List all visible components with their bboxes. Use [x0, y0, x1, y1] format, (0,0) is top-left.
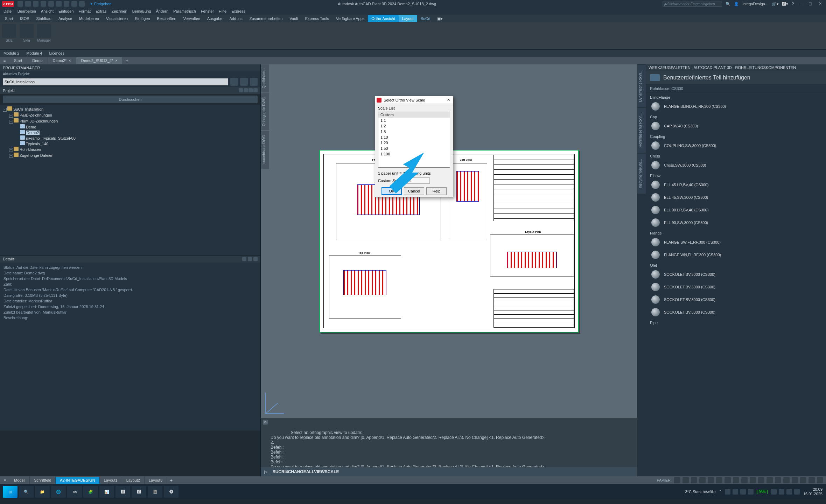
ribbon-tab[interactable]: Visualisieren [103, 15, 131, 22]
tree-node[interactable]: siFramo_Typicals_StützeF80 [3, 135, 258, 141]
tree-expander-icon[interactable]: - [9, 120, 13, 124]
help-icon[interactable]: ? [792, 2, 794, 6]
status-icon[interactable] [716, 477, 722, 483]
taskbar-app[interactable]: 🔍 [19, 486, 34, 498]
palette-item[interactable]: ELL 45,SW,3000 (CS300) [646, 191, 826, 204]
menu-item[interactable]: Bemaßung [132, 9, 151, 13]
command-history[interactable]: ✕ Select an orthographic view to update:… [261, 418, 637, 467]
project-btn-1[interactable] [240, 78, 248, 86]
cart-icon[interactable]: 🛒▾ [772, 2, 779, 6]
weather-widget[interactable]: 3°C Stark bewölkt [685, 490, 716, 494]
ribbon-tab[interactable]: Verwalten [180, 15, 204, 22]
status-icon[interactable] [724, 477, 731, 483]
status-icon[interactable] [758, 477, 764, 483]
close-button[interactable]: ✕ [817, 1, 823, 6]
search-icon[interactable]: 🔍 [726, 2, 730, 6]
qat-item[interactable] [48, 1, 54, 7]
clock[interactable]: 20:09 16.01.2025 [803, 487, 822, 496]
palette-item[interactable]: SOCKOLET,BV,3000 (CS300) [646, 281, 826, 293]
tray-icon[interactable] [794, 489, 800, 495]
status-icon[interactable] [691, 477, 697, 483]
scale-list[interactable]: Custom1:11:21:51:101:201:501:100 [378, 112, 450, 168]
details-tool[interactable] [242, 257, 246, 261]
tray-chevron-icon[interactable]: ˄ [719, 490, 721, 494]
top-view[interactable] [329, 255, 401, 318]
scale-option[interactable]: Custom [378, 112, 450, 118]
tree-tool[interactable] [248, 88, 253, 92]
side-tab[interactable]: Quelldateien [261, 64, 269, 92]
start-button[interactable]: ⊞ [3, 486, 18, 498]
app-menu-icon[interactable]: 🅰▾ [782, 2, 788, 6]
ribbon-group[interactable]: Skla [20, 24, 34, 48]
ribbon-tab[interactable]: SuCri [417, 15, 434, 22]
tree-expander-icon[interactable]: + [9, 114, 13, 118]
tree-node[interactable]: Demo [3, 124, 258, 130]
file-tab-close-icon[interactable]: × [115, 58, 118, 63]
palette-vertical-tab[interactable]: Instrumentierung... [637, 153, 646, 194]
tree-tool[interactable] [244, 88, 248, 92]
ribbon-tab[interactable]: Layout [399, 15, 417, 22]
qat-item[interactable] [25, 1, 31, 7]
tray-icon[interactable] [733, 489, 738, 495]
file-tab[interactable]: Start [9, 57, 27, 64]
new-tab-button[interactable]: + [123, 58, 131, 63]
ribbon-tab[interactable]: Stahlbau [33, 15, 55, 22]
tray-icon[interactable] [771, 489, 777, 495]
project-btn-2[interactable] [250, 78, 258, 86]
file-tabs-menu[interactable]: ≡ [0, 58, 9, 63]
status-icon[interactable] [733, 477, 739, 483]
menu-item[interactable]: Datei [4, 9, 13, 13]
scale-option[interactable]: 1:1 [378, 118, 450, 123]
status-icon[interactable] [682, 477, 689, 483]
minimize-button[interactable]: ― [797, 1, 804, 6]
status-icon[interactable] [775, 477, 781, 483]
ribbon-tab[interactable]: Verfügbare Apps [332, 15, 368, 22]
ribbon-tab[interactable]: Modellieren [76, 15, 103, 22]
qat-item[interactable] [64, 1, 69, 7]
palette-item[interactable]: SOCKOLET,BV,3000 (CS300) [646, 306, 826, 318]
side-tab[interactable]: Orthogonale DWG [261, 93, 269, 130]
taskbar-app[interactable]: 📊 [99, 486, 114, 498]
layout-tab[interactable]: Layout3 [145, 477, 167, 484]
taskbar-app[interactable]: 📁 [35, 486, 50, 498]
cancel-button[interactable]: Cancel [404, 187, 424, 195]
palette-item[interactable]: CAP,BV,40 (CS300) [646, 120, 826, 132]
layout-tabs-menu[interactable]: ≡ [0, 478, 10, 482]
share-button[interactable]: ✈ Freigeben [90, 2, 112, 6]
ribbon-tab[interactable]: ISOS [16, 15, 33, 22]
browse-button[interactable]: Durchsuchen [3, 96, 258, 103]
tray-icon[interactable] [779, 489, 784, 495]
palette-vertical-tab[interactable]: Rohrklasse für Rohr... [637, 107, 646, 153]
status-icon[interactable] [674, 477, 680, 483]
taskbar-app[interactable]: 🌐 [51, 486, 66, 498]
tree-node[interactable]: +P&ID-Zeichnungen [3, 112, 258, 118]
user-label[interactable]: IntegaDesign... [742, 2, 768, 6]
menu-item[interactable]: Bearbeiten [18, 9, 36, 13]
ribbon-tab[interactable]: Add-ins [226, 15, 246, 22]
ok-button[interactable]: OK [382, 187, 402, 195]
ribbon-tab[interactable]: Beschriften [154, 15, 180, 22]
palette-vertical-tab[interactable]: Dynamische Rohrl... [637, 64, 646, 107]
taskbar-app[interactable]: 📓 [148, 486, 162, 498]
ribbon-tab[interactable]: Zusammenarbeiten [246, 15, 286, 22]
layout-tab[interactable]: Schriftfeld [30, 477, 56, 484]
menu-item[interactable]: Ändern [156, 9, 168, 13]
details-tool[interactable] [248, 257, 252, 261]
menu-item[interactable]: Hilfe [219, 9, 226, 13]
palette-item[interactable]: ELL 90 LR,BV,40 (CS300) [646, 204, 826, 216]
file-tab-close-icon[interactable]: × [69, 58, 71, 63]
ribbon-tab[interactable]: Start [1, 15, 16, 22]
scale-option[interactable]: 1:2 [378, 123, 450, 129]
help-search[interactable]: ▶ Stichwort oder Frage eingeben [663, 1, 722, 7]
scale-option[interactable]: 1:5 [378, 129, 450, 134]
status-icon[interactable] [808, 477, 815, 483]
tree-node[interactable]: -Plant 3D-Zeichnungen [3, 118, 258, 124]
menu-item[interactable]: Zeichnen [111, 9, 127, 13]
ribbon-group[interactable]: Skla [2, 24, 16, 48]
maximize-button[interactable]: ▢ [807, 1, 813, 6]
side-tab[interactable]: Isometrische DWG [261, 131, 269, 169]
sub-tab[interactable]: Licences [46, 50, 68, 56]
tree-tool[interactable] [239, 88, 243, 92]
command-line[interactable]: ▷_ SUCRI4CHANGEALLVIEWSCALE [261, 467, 637, 476]
custom-scale-input[interactable] [405, 177, 430, 184]
